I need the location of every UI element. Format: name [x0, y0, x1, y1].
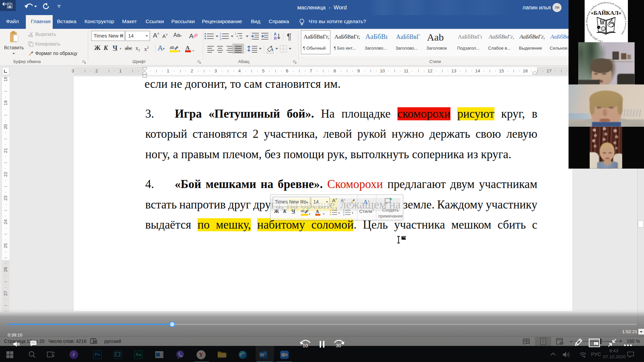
svg-text:▾: ▾ — [309, 213, 310, 216]
svg-text:А: А — [189, 33, 194, 40]
svg-text:ab: ab — [170, 45, 174, 50]
svg-text:А: А — [316, 209, 319, 214]
svg-text:2: 2 — [343, 211, 344, 214]
svg-text:1: 1 — [343, 209, 344, 211]
svg-text:Я: Я — [274, 36, 277, 41]
svg-text:А: А — [274, 32, 277, 37]
svg-text:i: i — [238, 37, 239, 40]
svg-text:A: A — [363, 198, 368, 205]
svg-text:А: А — [185, 45, 190, 51]
svg-text:▾: ▾ — [193, 49, 194, 52]
svg-text:▾: ▾ — [338, 212, 340, 215]
svg-text:¶: ¶ — [287, 32, 291, 41]
svg-text:▾: ▾ — [352, 212, 353, 215]
svg-text:«БАЙКАЛ»: «БАЙКАЛ» — [591, 10, 622, 16]
svg-text:ab: ab — [301, 209, 305, 213]
svg-text:▾: ▾ — [368, 200, 369, 203]
svg-text:▾: ▾ — [323, 213, 324, 216]
svg-text:▾: ▾ — [179, 50, 180, 53]
svg-text:3: 3 — [220, 38, 221, 41]
svg-text:3: 3 — [343, 214, 344, 216]
